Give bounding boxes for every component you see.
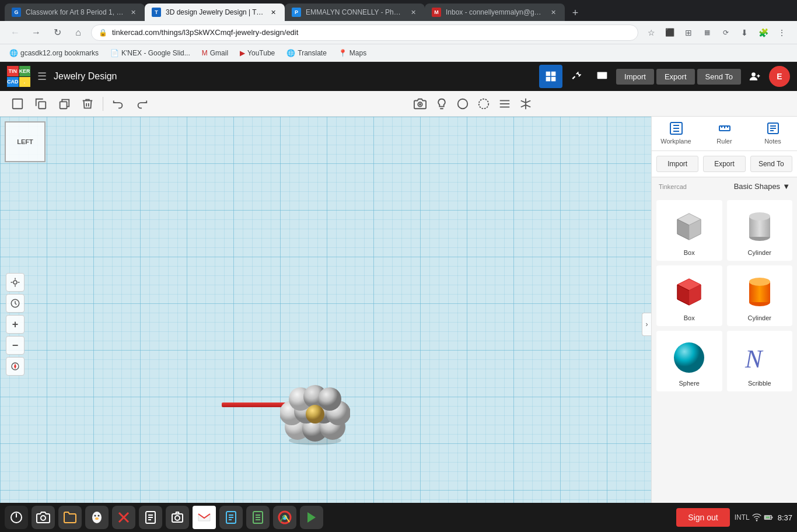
taskbar-linux-icon[interactable] [85, 506, 109, 529]
secure-icon: 🔒 [99, 29, 107, 37]
new-document-button[interactable] [7, 93, 28, 114]
view-cube[interactable]: LEFT [5, 121, 51, 168]
fit-view-button[interactable] [6, 273, 25, 292]
view-cube-box[interactable]: LEFT [5, 121, 46, 162]
shapes-category-dropdown[interactable]: Basic Shapes ▼ [734, 182, 790, 191]
new-tab-button[interactable]: + [567, 5, 583, 21]
translate-icon[interactable]: ⟳ [718, 24, 734, 41]
bookmark-maps[interactable]: 📍 Maps [336, 48, 369, 58]
align-button[interactable] [494, 93, 515, 114]
tab-tinkercad[interactable]: T 3D design Jewelry Design | Tink... ✕ [145, 4, 285, 21]
send-to-button[interactable]: Send To [697, 69, 741, 85]
import-button[interactable]: Import [616, 69, 654, 85]
bookmark-label-knex: K'NEX - Google Slid... [121, 49, 190, 57]
camera-button[interactable] [409, 93, 431, 114]
dropdown-chevron-icon: ▼ [782, 182, 790, 191]
tab-close-4[interactable]: ✕ [548, 8, 558, 17]
tinkercad-logo[interactable]: TIN KER CAD . [7, 65, 30, 88]
undo-button[interactable] [108, 93, 129, 114]
shape-scribble[interactable]: N Scribble [727, 331, 793, 391]
extensions-icon[interactable]: ⬛ [662, 24, 678, 41]
copy-button[interactable] [30, 93, 51, 114]
battery-icon [764, 513, 773, 522]
svg-point-42 [41, 516, 46, 520]
taskbar-gmail-icon[interactable] [193, 506, 216, 529]
taskbar-chrome-icon[interactable] [273, 506, 296, 529]
shape-box-gray[interactable]: Box [656, 200, 722, 261]
tab-close-3[interactable]: ✕ [408, 8, 418, 17]
tab-ruler[interactable]: Ruler [700, 117, 749, 150]
taskbar-camera-icon[interactable] [32, 506, 55, 529]
send-to-panel-button[interactable]: Send To [750, 156, 792, 172]
tinkercad-app: TIN KER CAD . ☰ Jewelry Design Import [0, 62, 797, 532]
view-cube-label: LEFT [17, 138, 33, 145]
shape-sphere-teal[interactable]: Sphere [656, 331, 722, 391]
system-info: INTL [735, 513, 773, 522]
menu-icon[interactable]: ⋮ [774, 24, 790, 41]
qr-code-icon[interactable]: ▦ [699, 24, 715, 41]
taskbar-docs-icon[interactable] [219, 506, 243, 529]
bookmark-translate[interactable]: 🌐 Translate [284, 48, 329, 58]
menu-lines-icon[interactable]: ☰ [35, 68, 49, 85]
taskbar-x-icon[interactable] [112, 506, 135, 529]
sign-out-button[interactable]: Sign out [676, 508, 729, 527]
tinker-button[interactable] [565, 65, 588, 88]
shape-cylinder-orange[interactable]: Cylinder [727, 265, 793, 326]
classroom-button[interactable] [590, 65, 614, 88]
compass-button[interactable] [6, 357, 25, 376]
tab-classwork[interactable]: G Classwork for Art 8 Period 1, M... ✕ [5, 4, 145, 21]
tab-favicon-3: P [292, 8, 301, 17]
taskbar-sheets-icon[interactable] [246, 506, 270, 529]
back-button[interactable]: ← [7, 24, 23, 41]
taskbar-playstore-icon[interactable] [300, 506, 323, 529]
tab-inbox[interactable]: M Inbox - connellyemmalyn@gcas... ✕ [425, 4, 565, 21]
power-icon[interactable] [5, 506, 28, 529]
shape-cylinder-gray[interactable]: Cylinder [727, 200, 793, 261]
shape-preview-sphere-teal [669, 335, 709, 376]
tab-emmalyn[interactable]: P EMMALYN CONNELLY - Photo D... ✕ [285, 4, 425, 21]
download-icon[interactable]: ⬇ [736, 24, 753, 41]
home-button[interactable]: ⌂ [70, 24, 86, 41]
duplicate-button[interactable] [54, 93, 75, 114]
taskbar-camera2-icon[interactable] [166, 506, 189, 529]
jewelry-object[interactable] [280, 379, 350, 451]
bookmark-gmail[interactable]: M Gmail [200, 48, 230, 58]
project-title[interactable]: Jewelry Design [54, 71, 534, 82]
tab-notes[interactable]: Notes [749, 117, 797, 150]
viewport[interactable]: LEFT + − [0, 117, 651, 532]
bookmark-star-icon[interactable]: ☆ [643, 24, 659, 41]
zoom-in-button[interactable]: + [6, 315, 25, 334]
redo-button[interactable] [131, 93, 152, 114]
export-button[interactable]: Export [656, 69, 695, 85]
profile-avatar[interactable]: E [769, 66, 790, 87]
bookmark-gcas[interactable]: 🌐 gcasdk12.org bookmarks [7, 48, 101, 58]
bookmark-youtube[interactable]: ▶ YouTube [237, 48, 277, 58]
import-panel-button[interactable]: Import [656, 156, 698, 172]
grids-icon[interactable]: ⊞ [680, 24, 697, 41]
refresh-button[interactable]: ↻ [49, 24, 65, 41]
taskbar-files-icon[interactable] [58, 506, 82, 529]
delete-button[interactable] [77, 93, 98, 114]
puzzle-icon[interactable]: 🧩 [755, 24, 771, 41]
add-user-button[interactable] [743, 65, 767, 88]
tab-workplane[interactable]: Workplane [652, 117, 700, 150]
bookmark-knex[interactable]: 📄 K'NEX - Google Slid... [108, 48, 193, 58]
export-panel-button[interactable]: Export [703, 156, 745, 172]
zoom-out-button[interactable]: − [6, 336, 25, 355]
taskbar-pearson-icon[interactable] [139, 506, 162, 529]
shape-name-scribble: Scribble [748, 380, 771, 387]
tab-close-1[interactable]: ✕ [128, 8, 138, 17]
cutout-button[interactable] [473, 93, 494, 114]
light-button[interactable] [431, 93, 452, 114]
address-bar[interactable]: 🔒 tinkercad.com/things/l3pSkWXCmqf-jewel… [91, 24, 638, 41]
gallery-button[interactable] [539, 65, 562, 88]
rotate-view-button[interactable] [6, 294, 25, 313]
shape-toggle-button[interactable] [452, 93, 473, 114]
shape-preview-scribble: N [739, 335, 780, 376]
mirror-button[interactable] [515, 93, 536, 114]
svg-point-46 [95, 517, 99, 520]
forward-button[interactable]: → [28, 24, 44, 41]
tab-close-2[interactable]: ✕ [268, 8, 278, 17]
collapse-panel-button[interactable]: › [642, 313, 651, 336]
shape-box-red[interactable]: Box [656, 265, 722, 326]
